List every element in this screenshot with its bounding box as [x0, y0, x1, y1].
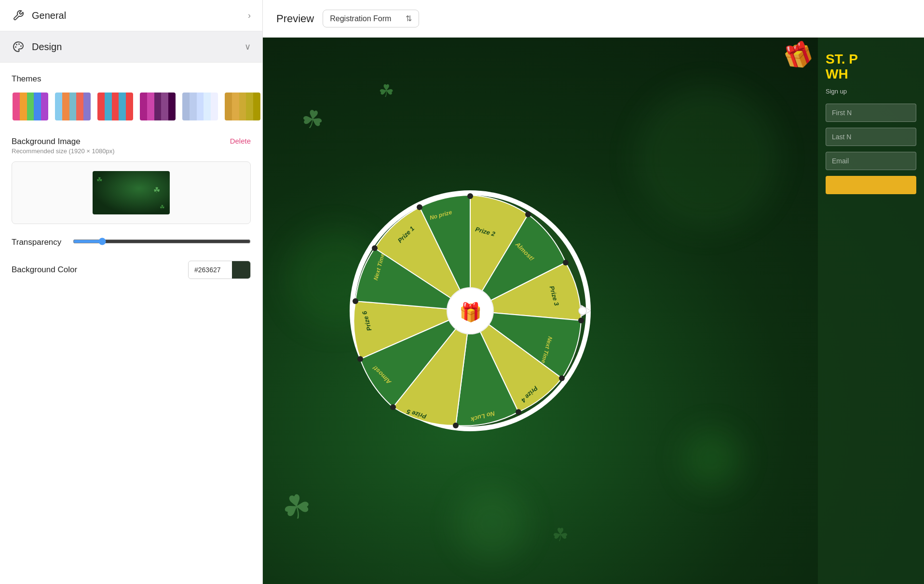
bokeh-2 [635, 86, 779, 230]
st-title-text: ST. P [826, 52, 858, 66]
theme-swatch-gold[interactable] [224, 92, 261, 121]
background-image-title: Background Image [12, 137, 115, 146]
shamrock-decoration-3: ☘ [153, 186, 160, 195]
wrench-icon [12, 9, 25, 22]
color-input-group [188, 261, 251, 279]
st-title: ST. P WH [826, 52, 916, 82]
form-dropdown-label: Registration Form [330, 14, 391, 23]
themes-label: Themes [12, 74, 251, 84]
general-header-left: General [12, 9, 66, 22]
shamrock-decoration-2: ☘ [160, 204, 165, 211]
dot-9 [353, 298, 358, 304]
right-panel: Preview Registration Form ⇅ ☘ ☘ ☘ ☘ 🎁 [263, 0, 924, 584]
dot-6 [453, 423, 459, 428]
dot-4 [559, 375, 565, 381]
themes-row [12, 92, 251, 121]
design-title: Design [32, 41, 62, 53]
dot-10 [372, 245, 378, 251]
background-color-label: Background Color [12, 265, 77, 275]
color-hex-input[interactable] [189, 263, 232, 277]
bokeh-3 [456, 488, 528, 560]
dot-11 [417, 204, 422, 210]
svg-point-2 [16, 44, 17, 45]
theme-swatch-rainbow[interactable] [12, 92, 49, 121]
registration-form-panel: ST. P WH Sign up [818, 38, 924, 584]
st-subtitle-text: WH [826, 66, 848, 81]
transparency-row: Transparency [12, 238, 251, 247]
svg-point-3 [15, 47, 16, 47]
form-dropdown[interactable]: Registration Form ⇅ [323, 10, 419, 27]
wheel-pointer-circle [579, 307, 586, 315]
submit-button[interactable] [826, 176, 916, 194]
theme-swatch-redteal[interactable] [96, 92, 134, 121]
theme-swatch-purple[interactable] [139, 92, 177, 121]
color-swatch-preview[interactable] [232, 261, 250, 279]
general-title: General [32, 10, 66, 21]
dot-2 [563, 260, 569, 265]
preview-title: Preview [276, 13, 314, 25]
background-image-preview: ☘ ☘ ☘ [12, 161, 251, 224]
background-image-row: Background Image Recommended size (1920 … [12, 137, 251, 155]
dot-1 [525, 212, 531, 217]
background-image-subtitle: Recommended size (1920 × 1080px) [12, 147, 115, 155]
preview-header: Preview Registration Form ⇅ [263, 0, 924, 38]
dot-3 [578, 318, 584, 323]
theme-swatch-lightblue[interactable] [181, 92, 219, 121]
svg-point-0 [19, 44, 19, 44]
dot-7 [390, 404, 396, 410]
shamrock-small-2: ☘ [552, 524, 569, 545]
center-gift-icon: 🎁 [459, 301, 482, 323]
preview-canvas: ☘ ☘ ☘ ☘ 🎁 Prize 2 Almost! [263, 38, 924, 584]
shamrock-decoration-1: ☘ [96, 176, 103, 184]
palette-icon [12, 40, 25, 53]
dot-5 [516, 409, 521, 415]
design-chevron: ∨ [245, 41, 251, 52]
delete-background-button[interactable]: Delete [230, 137, 251, 145]
transparency-slider-container [73, 238, 251, 247]
svg-point-1 [21, 46, 21, 46]
background-color-row: Background Color [12, 261, 251, 279]
spin-wheel-svg: Prize 2 Almost! Prize 3 Next Time Prize … [345, 186, 596, 436]
dot-8 [357, 356, 363, 362]
general-chevron: › [248, 11, 251, 21]
transparency-slider[interactable] [73, 238, 251, 245]
last-name-input[interactable] [826, 128, 916, 146]
general-section-header[interactable]: General › [0, 0, 262, 31]
theme-swatch-blueorange[interactable] [54, 92, 92, 121]
design-panel-content: Themes [0, 63, 262, 292]
left-panel: General › Design ∨ Themes [0, 0, 263, 584]
first-name-input[interactable] [826, 104, 916, 122]
dropdown-arrow-icon: ⇅ [406, 14, 412, 23]
spin-wheel-container: Prize 2 Almost! Prize 3 Next Time Prize … [345, 186, 596, 436]
design-section-header[interactable]: Design ∨ [0, 31, 262, 63]
background-image-thumbnail: ☘ ☘ ☘ [93, 171, 170, 214]
background-image-info: Background Image Recommended size (1920 … [12, 137, 115, 155]
sign-up-text: Sign up [826, 88, 916, 95]
shamrock-small-1: ☘ [379, 81, 394, 101]
design-header-left: Design [12, 40, 62, 53]
email-input[interactable] [826, 152, 916, 170]
transparency-label: Transparency [12, 238, 61, 247]
dot-0 [467, 193, 473, 199]
bokeh-4 [683, 430, 741, 488]
